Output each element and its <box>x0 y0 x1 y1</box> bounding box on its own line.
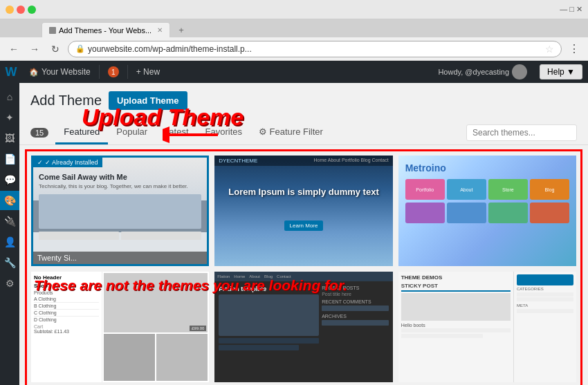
theme-card-themedemos[interactable]: THEME DEMOS STICKY POST Hello boots <box>398 272 576 382</box>
wp-logo[interactable]: W <box>0 61 22 83</box>
flat-nav4: Contact <box>277 274 291 279</box>
tab-popular[interactable]: Popular <box>108 121 156 144</box>
dye-cta: Learn More <box>214 220 392 231</box>
theme-preview-3: Metroino Portfolio About Store Blog <box>398 156 576 266</box>
metroino-title: Metroino <box>405 162 569 173</box>
dye-nav: DYECNTHEME Home About Portfolio Blog Con… <box>214 156 392 166</box>
archives-label: ARCHIVES <box>322 314 389 319</box>
sidebar-icon-plugins[interactable]: 🔌 <box>0 212 19 231</box>
help-btn[interactable]: Help ▼ <box>540 64 582 79</box>
minimize-btn[interactable] <box>6 6 14 14</box>
sidebar-icon-posts[interactable]: ✦ <box>0 108 19 127</box>
dye-hero: Lorem Ipsum is simply dummy text <box>214 166 392 218</box>
upload-theme-btn[interactable]: Upload Theme <box>109 91 187 110</box>
checkmark-icon: ✓ <box>37 159 43 166</box>
recent-posts-label: RECENT POSTS <box>322 285 389 290</box>
theme-preview-1: Come Sail Away with Me Technically, this… <box>33 158 207 264</box>
maximize-btn[interactable] <box>17 6 25 14</box>
flat-text2 <box>219 345 299 350</box>
metroino-cell-2: About <box>447 179 486 200</box>
wp-wrapper: ⌂ ✦ 🖼 📄 💬 🎨 🔌 👤 🔧 ⚙ Add Theme Upload The… <box>0 83 588 385</box>
shop-products: £99.00 <box>102 272 209 382</box>
sidebar-icon-appearance[interactable]: 🎨 <box>0 191 19 210</box>
product-label: Products <box>34 290 99 295</box>
themes-count: 15 <box>30 128 48 138</box>
theme-preview-2: DYECNTHEME Home About Portfolio Blog Con… <box>214 156 392 266</box>
browser-titlebar: — □ ✕ <box>0 0 588 19</box>
active-tab[interactable]: Add Themes - Your Webs... ✕ <box>42 22 170 37</box>
flat-content: Flation template RECENT POSTS Post title… <box>214 281 392 355</box>
dye-button: Learn More <box>284 220 324 231</box>
tab-close-icon[interactable]: ✕ <box>157 26 163 34</box>
product-2: B Clothing <box>34 303 99 310</box>
product-img-main: £99.00 <box>104 273 208 332</box>
refresh-btn[interactable]: ↻ <box>47 41 64 57</box>
flat-img <box>219 294 319 336</box>
theme-card-installed[interactable]: ✓ ✓ Already Installed Come Sail Away wit… <box>31 156 209 266</box>
search-themes-input[interactable] <box>466 124 577 141</box>
theme1-text: Technically, this is your blog. Together… <box>39 183 201 190</box>
product-thumb-1 <box>104 334 155 381</box>
avatar <box>512 64 527 79</box>
tab-latest[interactable]: Latest <box>156 121 196 144</box>
theme-card-dye[interactable]: DYECNTHEME Home About Portfolio Blog Con… <box>214 156 392 266</box>
browser-nav: ← → ↻ 🔒 yourwebsite.com/wp-admin/theme-i… <box>0 37 588 61</box>
bookmark-icon[interactable]: ☆ <box>545 44 554 55</box>
sidebar-icon-pages[interactable]: 📄 <box>0 149 19 169</box>
tab-featured[interactable]: Featured <box>55 121 108 144</box>
tab-feature-filter[interactable]: ⚙ Feature Filter <box>250 121 331 144</box>
sidebar-icon-comments[interactable]: 💬 <box>0 170 19 189</box>
new-tab-btn[interactable]: + <box>173 22 190 37</box>
adminbar-notifications[interactable]: 1 <box>101 61 126 83</box>
sidebar-icon-settings[interactable]: ⚙ <box>0 274 19 293</box>
flat-main: Flation template <box>219 285 319 350</box>
metroino-cell-4: Blog <box>530 179 569 200</box>
extensions-icon[interactable]: ⋮ <box>566 41 582 57</box>
demo-meta-bar <box>517 309 573 313</box>
demo-widget1 <box>517 274 573 285</box>
theme-card-metroino[interactable]: Metroino Portfolio About Store Blog <box>398 156 576 266</box>
notification-count: 1 <box>108 66 119 77</box>
adminbar-new[interactable]: + New <box>129 61 167 83</box>
shop-title: Shop <box>34 283 99 289</box>
metroino-cell-8 <box>530 203 569 223</box>
browser-menu-icons: ⋮ <box>566 41 582 57</box>
tab-favicon <box>49 27 56 34</box>
demo-cat2 <box>517 297 573 301</box>
dye-nav-links: Home About Portfolio Blog Contact <box>313 158 388 164</box>
flat-topbar: Flation Home About Blog Contact <box>214 272 392 281</box>
page-title: Add Theme <box>30 93 102 109</box>
shop-sidebar: No Header Shop Products A Clothing B Clo… <box>31 272 102 382</box>
sidebar-icon-users[interactable]: 👤 <box>0 232 19 252</box>
meta-box1 <box>39 232 119 240</box>
tab-favorites[interactable]: Favorites <box>197 121 250 144</box>
product-3: C Clothing <box>34 310 99 317</box>
address-bar[interactable]: 🔒 yourwebsite.com/wp-admin/theme-install… <box>68 41 562 57</box>
theme1-content: Come Sail Away with Me Technically, this… <box>33 158 207 244</box>
site-name: Your Website <box>42 67 91 77</box>
sidebar-icon-tools[interactable]: 🔧 <box>0 253 19 272</box>
flat-nav2: About <box>249 274 260 279</box>
close-btn[interactable] <box>28 6 36 14</box>
wp-main: Add Theme Upload Theme 15 Featured Popul… <box>19 83 588 385</box>
product-thumb-row <box>104 334 208 381</box>
demo-text1: Hello boots <box>401 323 511 328</box>
sidebar-icon-dashboard[interactable]: ⌂ <box>0 87 19 106</box>
separator2 <box>127 65 128 79</box>
theme-card-flation[interactable]: Flation Home About Blog Contact Flation … <box>214 272 392 382</box>
adminbar-site[interactable]: 🏠 Your Website <box>22 61 98 83</box>
comment1 <box>322 306 389 311</box>
back-btn[interactable]: ← <box>6 41 22 57</box>
page-title-row: Add Theme Upload Theme <box>30 91 577 110</box>
cart-label: Cart <box>34 324 99 329</box>
theme-card-noheader[interactable]: No Header Shop Products A Clothing B Clo… <box>31 272 209 382</box>
recent-comments-label: RECENT COMMENTS <box>322 299 389 304</box>
adminbar-howdy[interactable]: Howdy, @dyecasting <box>431 61 534 83</box>
forward-btn[interactable]: → <box>26 41 43 57</box>
no-header-title: No Header <box>34 274 99 281</box>
sidebar-icon-media[interactable]: 🖼 <box>0 129 19 148</box>
theme-preview-4: No Header Shop Products A Clothing B Clo… <box>31 272 209 382</box>
window-controls <box>6 6 36 14</box>
theme1-title: Come Sail Away with Me <box>39 173 201 181</box>
url-text: yourwebsite.com/wp-admin/theme-install.p… <box>88 44 542 54</box>
